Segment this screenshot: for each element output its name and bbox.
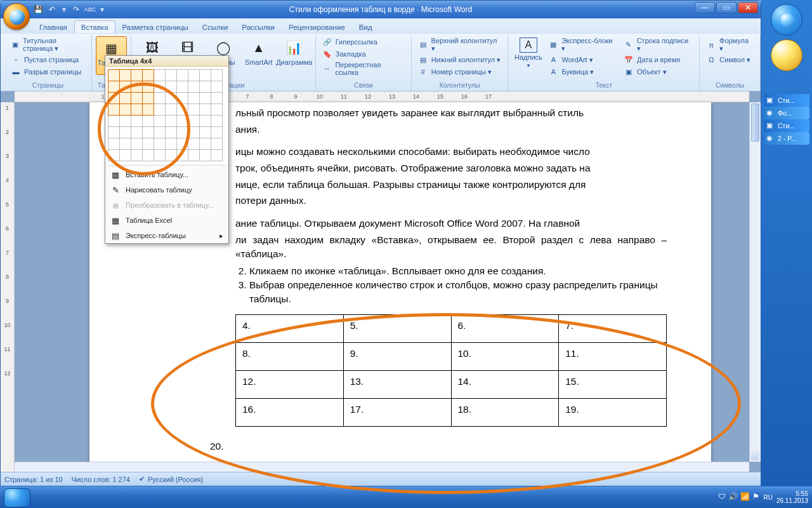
scroll-thumb[interactable] bbox=[751, 104, 759, 142]
cmd-0[interactable]: πФормула ▾ bbox=[704, 36, 756, 53]
dock-tab[interactable]: ▣Сти... bbox=[764, 119, 809, 132]
tab-рассылки[interactable]: Рассылки bbox=[235, 20, 282, 33]
maximize-button[interactable]: ▭ bbox=[716, 2, 737, 13]
language-status[interactable]: ✔ Русский (Россия) bbox=[139, 475, 203, 483]
yandex-icon[interactable] bbox=[771, 39, 802, 71]
scroll-down-button[interactable] bbox=[751, 451, 759, 460]
titlebar: 💾 ↶ ▾ ↷ ABC ▾ Стили оформления таблиц в … bbox=[1, 1, 761, 18]
start-orb-icon[interactable] bbox=[771, 4, 802, 36]
office-button[interactable] bbox=[3, 3, 30, 30]
table-cell[interactable]: 15. bbox=[559, 371, 667, 399]
tab-главная[interactable]: Главная bbox=[32, 20, 74, 33]
cmd-1[interactable]: ▫Пустая страница bbox=[8, 54, 88, 65]
tray-network-icon[interactable]: 📶 bbox=[740, 493, 750, 501]
table-cell[interactable]: 14. bbox=[451, 371, 559, 399]
table-size-grid[interactable] bbox=[105, 67, 228, 164]
menu-Экспресс-таблицы[interactable]: ▤Экспресс-таблицы▸ bbox=[105, 228, 228, 243]
table-cell[interactable]: 8. bbox=[236, 343, 344, 371]
tray-action-icon[interactable]: ⚑ bbox=[752, 493, 759, 501]
tab-вид[interactable]: Вид bbox=[352, 20, 379, 33]
redo-icon[interactable]: ↷ bbox=[70, 4, 82, 15]
page-count[interactable]: Страница: 1 из 10 bbox=[4, 476, 63, 483]
word-count[interactable]: Число слов: 1 274 bbox=[72, 476, 130, 483]
tab-ссылки[interactable]: Ссылки bbox=[195, 20, 235, 33]
cmd-0[interactable]: ✎Строка подписи ▾ bbox=[621, 36, 695, 53]
tray-shield-icon[interactable]: 🛡 bbox=[718, 493, 726, 501]
menu-Преобразовать в таблицу...: ≣Преобразовать в таблицу... bbox=[105, 197, 228, 213]
cmd-2[interactable]: ▣Объект ▾ bbox=[621, 66, 695, 77]
cmd-1[interactable]: 📅Дата и время bbox=[621, 54, 695, 65]
menu-Вставить таблицу...[interactable]: ▦Вставить таблицу... bbox=[105, 167, 228, 182]
ribbon: ▣Титульная страница ▾▫Пустая страница▬Ра… bbox=[1, 33, 761, 91]
cmd-2[interactable]: ▬Разрыв страницы bbox=[8, 66, 88, 77]
table-cell[interactable]: 4. bbox=[236, 315, 344, 343]
tab-рецензирование[interactable]: Рецензирование bbox=[282, 20, 352, 33]
window-title: Стили оформления таблиц в ворде · Micros… bbox=[1, 5, 761, 14]
vertical-ruler[interactable]: 123456789101112 bbox=[1, 102, 15, 472]
table-cell[interactable]: 19. bbox=[559, 399, 667, 427]
dock-tab[interactable]: ◉2 - P... bbox=[764, 132, 809, 145]
cmd-0[interactable]: ▣Титульная страница ▾ bbox=[8, 36, 88, 53]
horizontal-scrollbar[interactable] bbox=[15, 462, 749, 472]
cmd-0[interactable]: ▦Экспресс-блоки ▾ bbox=[546, 36, 620, 53]
taskbar: 🛡 🔊 📶 ⚑ RU 5:55 26.11.2013 bbox=[0, 486, 812, 508]
table-cell[interactable]: 5. bbox=[343, 315, 451, 343]
statusbar: Страница: 1 из 10 Число слов: 1 274 ✔ Ру… bbox=[1, 472, 761, 486]
table-cell[interactable]: 18. bbox=[451, 399, 559, 427]
cmd-2[interactable]: ↔Перекрестная ссылка bbox=[320, 60, 407, 77]
table-cell[interactable]: 6. bbox=[451, 315, 559, 343]
cmd-0[interactable]: 🔗Гиперссылка bbox=[320, 36, 407, 48]
spellcheck-icon: ✔ bbox=[139, 475, 145, 483]
tray-lang[interactable]: RU bbox=[763, 494, 772, 501]
cmd-1[interactable]: 🔖Закладка bbox=[320, 48, 407, 60]
illus-Диаграмма[interactable]: 📊Диаграмма bbox=[277, 36, 311, 67]
menu-Нарисовать таблицу[interactable]: ✎Нарисовать таблицу bbox=[105, 182, 228, 197]
minimize-button[interactable]: — bbox=[695, 2, 715, 13]
table-cell[interactable]: 16. bbox=[236, 399, 344, 427]
textbox-button[interactable]: A Надпись ▼ bbox=[512, 36, 544, 69]
cmd-2[interactable]: #Номер страницы ▾ bbox=[416, 66, 504, 77]
system-tray: 🛡 🔊 📶 ⚑ RU 5:55 26.11.2013 bbox=[718, 486, 808, 508]
spellcheck-icon[interactable]: ABC bbox=[84, 4, 96, 15]
start-button[interactable] bbox=[4, 488, 30, 507]
cmd-2[interactable]: AБуквица ▾ bbox=[546, 66, 620, 77]
quick-access-toolbar: 💾 ↶ ▾ ↷ ABC ▾ bbox=[32, 4, 106, 15]
dock-tab[interactable]: ◉Фо... bbox=[764, 107, 809, 119]
table-cell[interactable]: 12. bbox=[236, 371, 344, 399]
vertical-scrollbar[interactable] bbox=[749, 102, 761, 462]
cmd-1[interactable]: ΩСимвол ▾ bbox=[704, 54, 756, 65]
table-cell[interactable]: 9. bbox=[343, 343, 451, 371]
menu-Таблица Excel[interactable]: ▦Таблица Excel bbox=[105, 213, 228, 228]
document-table[interactable]: 4.5.6.7.8.9.10.11.12.13.14.15.16.17.18.1… bbox=[235, 314, 667, 427]
cmd-1[interactable]: AWordArt ▾ bbox=[546, 54, 620, 65]
close-button[interactable]: ✕ bbox=[738, 2, 758, 13]
clock[interactable]: 5:55 26.11.2013 bbox=[776, 490, 808, 504]
tab-разметка страницы[interactable]: Разметка страницы bbox=[115, 20, 195, 33]
cmd-0[interactable]: ▤Верхний колонтитул ▾ bbox=[416, 36, 504, 53]
save-icon[interactable]: 💾 bbox=[32, 4, 44, 15]
tab-вставка[interactable]: Вставка bbox=[74, 20, 115, 33]
table-cell[interactable]: 11. bbox=[559, 343, 667, 371]
table-cell[interactable]: 17. bbox=[343, 399, 451, 427]
group-pages-label: Страницы bbox=[8, 81, 88, 91]
ribbon-tabs: ГлавнаяВставкаРазметка страницыСсылкиРас… bbox=[1, 18, 761, 33]
cmd-1[interactable]: ▤Нижний колонтитул ▾ bbox=[416, 54, 504, 65]
table-cell[interactable]: 7. bbox=[559, 315, 667, 343]
tray-volume-icon[interactable]: 🔊 bbox=[728, 493, 738, 501]
table-cell[interactable]: 13. bbox=[343, 371, 451, 399]
table-dropdown: Таблица 4x4 ▦Вставить таблицу...✎Нарисов… bbox=[105, 55, 229, 244]
os-sidebar: ▣Сти...◉Фо...▣Сти...◉2 - P... bbox=[761, 0, 812, 486]
illus-SmartArt[interactable]: ▲SmartArt bbox=[242, 36, 276, 67]
table-cell[interactable]: 10. bbox=[451, 343, 559, 371]
undo-icon[interactable]: ↶ bbox=[46, 4, 58, 15]
table-dropdown-header: Таблица 4x4 bbox=[105, 56, 228, 67]
dock-tab[interactable]: ▣Сти... bbox=[764, 94, 809, 107]
textbox-icon: A bbox=[520, 37, 537, 53]
